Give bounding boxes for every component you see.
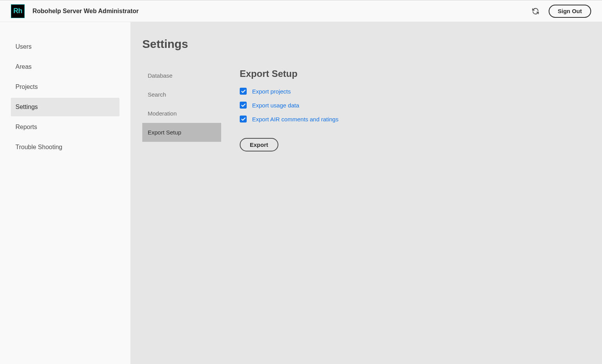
check-icon xyxy=(241,103,246,108)
app-logo: Rh xyxy=(11,4,25,18)
header-right: Sign Out xyxy=(532,5,592,18)
tab-label: Search xyxy=(148,91,166,98)
sign-out-button[interactable]: Sign Out xyxy=(549,5,592,18)
checkbox-label[interactable]: Export usage data xyxy=(252,102,299,109)
checkbox-label[interactable]: Export AIR comments and ratings xyxy=(252,116,338,122)
checkbox-export-usage-data[interactable] xyxy=(240,102,247,109)
sidebar-item-label: Users xyxy=(15,43,32,50)
sidebar-item-reports[interactable]: Reports xyxy=(11,118,119,136)
sidebar-item-label: Reports xyxy=(15,124,37,130)
option-export-projects: Export projects xyxy=(240,88,338,95)
tab-database[interactable]: Database xyxy=(142,66,221,85)
panel-title: Export Setup xyxy=(240,68,338,79)
checkbox-export-projects[interactable] xyxy=(240,88,247,95)
option-export-usage-data: Export usage data xyxy=(240,102,338,109)
sidebar-item-label: Projects xyxy=(15,83,38,90)
app-header: Rh Robohelp Server Web Administrator Sig… xyxy=(0,0,602,22)
option-export-air-comments: Export AIR comments and ratings xyxy=(240,116,338,122)
header-left: Rh Robohelp Server Web Administrator xyxy=(11,4,139,18)
sidebar-item-users[interactable]: Users xyxy=(11,37,119,56)
main-layout: Users Areas Projects Settings Reports Tr… xyxy=(0,22,602,364)
sidebar-item-label: Areas xyxy=(15,63,32,70)
check-icon xyxy=(241,89,246,94)
sidebar-item-label: Trouble Shooting xyxy=(15,144,62,150)
tab-label: Database xyxy=(148,72,172,79)
check-icon xyxy=(241,117,246,122)
sidebar-item-settings[interactable]: Settings xyxy=(11,98,119,116)
settings-tabs: Database Search Moderation Export Setup xyxy=(142,66,221,151)
sidebar-item-projects[interactable]: Projects xyxy=(11,78,119,96)
sidebar-item-label: Settings xyxy=(15,104,38,110)
checkbox-export-air-comments[interactable] xyxy=(240,116,247,122)
export-setup-panel: Export Setup Export projects xyxy=(240,66,338,151)
sidebar: Users Areas Projects Settings Reports Tr… xyxy=(0,22,131,364)
tab-export-setup[interactable]: Export Setup xyxy=(142,123,221,142)
sidebar-item-trouble-shooting[interactable]: Trouble Shooting xyxy=(11,138,119,156)
sidebar-item-areas[interactable]: Areas xyxy=(11,58,119,76)
logo-text: Rh xyxy=(14,7,22,15)
main-content: Settings Database Search Moderation Expo… xyxy=(131,22,602,364)
export-button[interactable]: Export xyxy=(240,138,278,151)
page-title: Settings xyxy=(142,37,590,51)
app-title: Robohelp Server Web Administrator xyxy=(32,8,139,15)
checkbox-label[interactable]: Export projects xyxy=(252,88,291,95)
tab-search[interactable]: Search xyxy=(142,85,221,104)
tab-moderation[interactable]: Moderation xyxy=(142,104,221,123)
refresh-icon[interactable] xyxy=(532,7,539,15)
tab-label: Moderation xyxy=(148,110,177,117)
tab-label: Export Setup xyxy=(148,129,181,136)
settings-body: Database Search Moderation Export Setup … xyxy=(142,66,590,151)
